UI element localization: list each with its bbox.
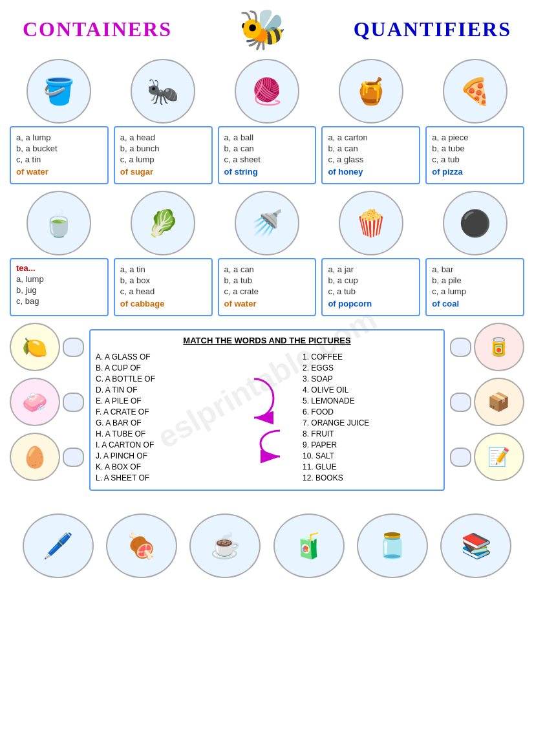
title-quantifiers: QUANTIFIERS	[354, 17, 511, 41]
vocab-row2: 🍵 tea... a, lump b, jug c, bag 🥬 a, a ti…	[10, 191, 524, 316]
crate-circle: 📦	[474, 378, 524, 426]
can-water-item-a: a, a can	[224, 265, 310, 274]
eggs-side: 🥚	[10, 433, 84, 481]
coal-item-a: a, bar	[432, 265, 518, 274]
bottom-pen: 🖊️	[23, 513, 94, 578]
sugar-item-b: b, a bunch	[120, 144, 206, 153]
match-left: A. A GLASS OF B. A CUP OF C. A BOTTLE OF…	[96, 351, 231, 484]
popcorn-label: of popcorn	[328, 299, 414, 308]
note-circle: 📝	[474, 433, 524, 481]
coal-item-c: c, a lump	[432, 286, 518, 296]
pizza-wordbox: a, a piece b, a tube c, a tub of pizza	[425, 126, 524, 184]
string-image: 🧶	[235, 59, 299, 124]
string-wordbox: a, a ball b, a can c, a sheet of string	[218, 126, 317, 184]
match-d: D. A TIN OF	[96, 385, 231, 394]
match-7: 7. ORANGE JUICE	[303, 418, 438, 427]
match-content: A. A GLASS OF B. A CUP OF C. A BOTTLE OF…	[96, 351, 438, 484]
lemon-circle: 🍋	[10, 323, 60, 371]
cabbage-item-a: a, a tin	[120, 265, 206, 274]
cabbage-label: of cabbage	[120, 299, 206, 308]
note-side: 📝	[450, 433, 524, 481]
string-label: of string	[224, 167, 310, 177]
arrow-svg	[248, 366, 286, 470]
title-containers: CONTAINERS	[23, 17, 172, 41]
vocab-cell-honey: 🍯 a, a carton b, a can c, a glass of hon…	[321, 59, 420, 184]
vocab-cell-pizza: 🍕 a, a piece b, a tube c, a tub of pizza	[425, 59, 524, 184]
honey-label: of honey	[328, 167, 414, 177]
crate-bubble	[450, 393, 471, 412]
cabbage-item-c: c, a head	[120, 286, 206, 296]
match-11: 11. GLUE	[303, 462, 438, 471]
match-4: 4. OLIVE OIL	[303, 385, 438, 394]
honey-item-a: a, a carton	[328, 133, 414, 142]
honey-item-c: c, a glass	[328, 155, 414, 164]
sugar-label: of sugar	[120, 167, 206, 177]
match-g: G. A BAR OF	[96, 418, 231, 427]
tea-label-top: tea...	[16, 263, 102, 273]
coal-image: ⚫	[443, 191, 507, 255]
vocab-row1: 🪣 a, a lump b, a bucket c, a tin of wate…	[10, 59, 524, 184]
popcorn-item-a: a, a jar	[328, 265, 414, 274]
pizza-label: of pizza	[432, 167, 518, 177]
can-water-wordbox: a, a can b, a tub c, a crate of water	[218, 258, 317, 316]
soap-bubble	[63, 393, 84, 412]
match-k: K. A BOX OF	[96, 462, 231, 471]
tomato-side: 🥫	[450, 323, 524, 371]
right-side-column: 🥫 📦 📝	[450, 323, 524, 497]
lemon-side: 🍋	[10, 323, 84, 371]
pizza-item-a: a, a piece	[432, 133, 518, 142]
popcorn-item-b: b, a cup	[328, 275, 414, 285]
vocab-cell-cabbage: 🥬 a, a tin b, a box c, a head of cabbage	[114, 191, 213, 316]
note-bubble	[450, 448, 471, 467]
match-e: E. A PILE OF	[96, 396, 231, 405]
tea-image: 🍵	[27, 191, 91, 255]
bottom-coffee: ☕	[189, 513, 261, 578]
match-1: 1. COFFEE	[303, 352, 438, 362]
cabbage-item-b: b, a box	[120, 275, 206, 285]
cabbage-image: 🥬	[131, 191, 195, 255]
match-a: A. A GLASS OF	[96, 352, 231, 362]
water-wordbox: a, a lump b, a bucket c, a tin of water	[10, 126, 109, 184]
vocab-cell-popcorn: 🍿 a, a jar b, a cup c, a tub of popcorn	[321, 191, 420, 316]
vocab-cell-water: 🪣 a, a lump b, a bucket c, a tin of wate…	[10, 59, 109, 184]
cabbage-wordbox: a, a tin b, a box c, a head of cabbage	[114, 258, 213, 316]
sugar-wordbox: a, a head b, a bunch c, a lump of sugar	[114, 126, 213, 184]
match-j: J. A PINCH OF	[96, 451, 231, 460]
crate-side: 📦	[450, 378, 524, 426]
water-label: of water	[16, 167, 102, 177]
string-item-a: a, a ball	[224, 133, 310, 142]
pizza-item-c: c, a tub	[432, 155, 518, 164]
water-item-c: c, a tin	[16, 155, 102, 164]
can-water-label: of water	[224, 299, 310, 308]
match-title: MATCH THE WORDS AND THE PICTURES	[96, 336, 438, 345]
water-item-a: a, a lump	[16, 133, 102, 142]
coal-wordbox: a, bar b, a pile c, a lump of coal	[425, 258, 524, 316]
match-c: C. A BOTTLE OF	[96, 374, 231, 383]
bee-icon: 🐝	[239, 6, 287, 52]
popcorn-wordbox: a, a jar b, a cup c, a tub of popcorn	[321, 258, 420, 316]
vocab-cell-tea: 🍵 tea... a, lump b, jug c, bag	[10, 191, 109, 316]
match-12: 12. BOOKS	[303, 473, 438, 482]
sugar-image: 🐜	[131, 59, 195, 124]
honey-wordbox: a, a carton b, a can c, a glass of honey	[321, 126, 420, 184]
match-b: B. A CUP OF	[96, 363, 231, 373]
bottom-bottle: 🫙	[357, 513, 428, 578]
coal-item-b: b, a pile	[432, 275, 518, 285]
honey-image: 🍯	[339, 59, 403, 124]
tomato-bubble	[450, 338, 471, 357]
match-5: 5. LEMONADE	[303, 396, 438, 405]
match-l: L. A SHEET OF	[96, 473, 231, 482]
can-water-item-c: c, a crate	[224, 286, 310, 296]
match-arrows	[244, 351, 290, 484]
match-10: 10. SALT	[303, 451, 438, 460]
bottom-food: 🍖	[106, 513, 177, 578]
water-image: 🪣	[27, 59, 91, 124]
sugar-item-c: c, a lump	[120, 155, 206, 164]
pizza-image: 🍕	[443, 59, 507, 124]
water-item-b: b, a bucket	[16, 144, 102, 153]
popcorn-item-c: c, a tub	[328, 286, 414, 296]
vocab-cell-coal: ⚫ a, bar b, a pile c, a lump of coal	[425, 191, 524, 316]
bottom-books: 📚	[440, 513, 511, 578]
popcorn-image: 🍿	[339, 191, 403, 255]
can-water-image: 🚿	[235, 191, 299, 255]
